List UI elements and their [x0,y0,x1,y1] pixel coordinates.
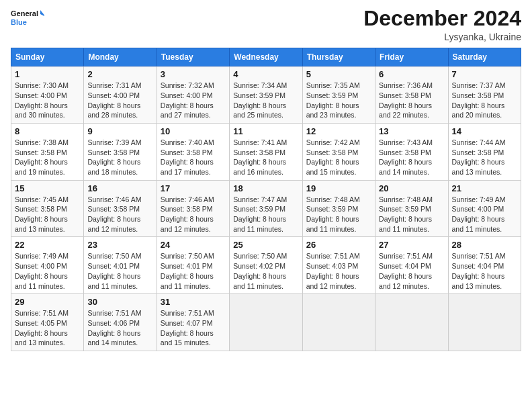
sunrise-label: Sunrise: [87,138,115,146]
sunset-label: Sunset: [87,91,114,99]
day-number: 7 [452,69,517,79]
sunset-label: Sunset: [233,148,259,156]
sunset-value: 4:00 PM [114,91,140,99]
day-number: 3 [161,69,226,79]
sunset-value: 3:58 PM [478,91,504,99]
sunset-value: 3:58 PM [405,148,431,156]
calendar-cell [375,294,448,351]
day-number: 23 [87,240,152,250]
sunrise-value: 7:41 AM [261,138,287,146]
calendar-cell: 21 Sunrise: 7:49 AM Sunset: 4:00 PM Dayl… [448,180,521,237]
day-number: 9 [87,126,152,136]
calendar-cell: 1 Sunrise: 7:30 AM Sunset: 4:00 PM Dayli… [11,66,84,124]
day-info: Sunrise: 7:34 AM Sunset: 3:59 PM Dayligh… [233,81,298,120]
sunrise-label: Sunrise: [233,252,261,260]
svg-text:General: General [11,9,38,17]
calendar-cell: 20 Sunrise: 7:48 AM Sunset: 3:59 PM Dayl… [375,180,448,237]
sunset-label: Sunset: [161,319,187,327]
day-info: Sunrise: 7:51 AM Sunset: 4:07 PM Dayligh… [161,308,226,348]
sunrise-value: 7:50 AM [261,252,287,260]
sunrise-value: 7:50 AM [116,252,142,260]
header-sunday: Sunday [11,48,84,66]
day-number: 11 [233,126,298,136]
day-number: 24 [161,240,226,250]
calendar-cell: 9 Sunrise: 7:39 AM Sunset: 3:58 PM Dayli… [84,123,157,180]
sunrise-label: Sunrise: [233,195,261,203]
sunset-value: 3:58 PM [332,148,358,156]
sunset-value: 4:05 PM [41,319,67,327]
sunrise-label: Sunrise: [15,252,42,260]
day-info: Sunrise: 7:30 AM Sunset: 4:00 PM Dayligh… [15,81,80,120]
day-info: Sunrise: 7:50 AM Sunset: 4:02 PM Dayligh… [233,251,298,291]
calendar-cell: 18 Sunrise: 7:47 AM Sunset: 3:59 PM Dayl… [230,180,302,237]
calendar-week-row: 1 Sunrise: 7:30 AM Sunset: 4:00 PM Dayli… [11,66,521,124]
calendar-cell: 3 Sunrise: 7:32 AM Sunset: 4:00 PM Dayli… [157,66,229,124]
title-block: December 2024 Lysyanka, Ukraine [363,7,521,42]
calendar-cell: 27 Sunrise: 7:51 AM Sunset: 4:04 PM Dayl… [375,237,448,294]
calendar-cell: 10 Sunrise: 7:40 AM Sunset: 3:58 PM Dayl… [157,123,229,180]
sunset-label: Sunset: [15,319,41,327]
calendar-cell: 12 Sunrise: 7:42 AM Sunset: 3:58 PM Dayl… [302,123,375,180]
sunset-value: 4:03 PM [332,262,358,270]
daylight-label: Daylight: 8 hours and 20 minutes. [452,101,505,120]
sunrise-value: 7:43 AM [407,138,433,146]
day-number: 10 [161,126,226,136]
day-info: Sunrise: 7:40 AM Sunset: 3:58 PM Dayligh… [161,138,226,177]
day-info: Sunrise: 7:51 AM Sunset: 4:06 PM Dayligh… [87,308,152,348]
calendar-cell: 15 Sunrise: 7:45 AM Sunset: 3:58 PM Dayl… [11,180,84,237]
calendar-cell [302,294,375,351]
sunset-label: Sunset: [306,205,332,213]
sunrise-value: 7:49 AM [42,252,69,260]
day-number: 14 [452,126,517,136]
sunrise-value: 7:48 AM [334,195,360,203]
day-number: 28 [452,240,517,250]
sunset-label: Sunset: [161,205,187,213]
sunset-value: 4:07 PM [186,319,212,327]
sunrise-label: Sunrise: [161,138,188,146]
calendar-cell: 22 Sunrise: 7:49 AM Sunset: 4:00 PM Dayl… [11,237,84,294]
sunrise-label: Sunrise: [379,252,406,260]
sunset-value: 3:58 PM [41,148,67,156]
day-info: Sunrise: 7:51 AM Sunset: 4:05 PM Dayligh… [15,308,80,348]
daylight-label: Daylight: 8 hours and 12 minutes. [379,272,432,290]
day-number: 1 [15,69,80,79]
day-info: Sunrise: 7:51 AM Sunset: 4:04 PM Dayligh… [452,251,517,291]
day-number: 13 [379,126,444,136]
sunrise-value: 7:34 AM [261,81,287,89]
sunset-value: 3:58 PM [114,148,140,156]
day-info: Sunrise: 7:48 AM Sunset: 3:59 PM Dayligh… [306,195,371,234]
sunset-label: Sunset: [379,205,405,213]
day-info: Sunrise: 7:41 AM Sunset: 3:58 PM Dayligh… [233,138,298,177]
calendar-body: 1 Sunrise: 7:30 AM Sunset: 4:00 PM Dayli… [11,66,521,351]
sunrise-label: Sunrise: [306,138,334,146]
calendar-cell: 8 Sunrise: 7:38 AM Sunset: 3:58 PM Dayli… [11,123,84,180]
sunrise-label: Sunrise: [87,252,115,260]
sunset-label: Sunset: [161,262,187,270]
day-info: Sunrise: 7:35 AM Sunset: 3:59 PM Dayligh… [306,81,371,120]
day-number: 18 [233,183,298,193]
day-info: Sunrise: 7:51 AM Sunset: 4:04 PM Dayligh… [379,251,444,291]
daylight-label: Daylight: 8 hours and 27 minutes. [161,101,214,120]
svg-text:Blue: Blue [11,18,27,26]
sunrise-label: Sunrise: [379,195,406,203]
day-info: Sunrise: 7:50 AM Sunset: 4:01 PM Dayligh… [87,251,152,291]
sunset-label: Sunset: [87,205,114,213]
calendar-week-row: 29 Sunrise: 7:51 AM Sunset: 4:05 PM Dayl… [11,294,521,351]
day-number: 19 [306,183,371,193]
svg-marker-2 [40,10,44,17]
day-info: Sunrise: 7:36 AM Sunset: 3:58 PM Dayligh… [379,81,444,120]
sunset-value: 3:58 PM [186,205,212,213]
daylight-label: Daylight: 8 hours and 13 minutes. [452,158,505,176]
day-number: 15 [15,183,80,193]
sunset-value: 3:59 PM [405,205,431,213]
sunrise-value: 7:40 AM [188,138,214,146]
daylight-label: Daylight: 8 hours and 13 minutes. [452,272,505,290]
header-saturday: Saturday [448,48,521,66]
day-info: Sunrise: 7:49 AM Sunset: 4:00 PM Dayligh… [452,195,517,234]
day-number: 31 [161,297,226,307]
day-number: 27 [379,240,444,250]
sunrise-value: 7:51 AM [116,309,142,317]
header-thursday: Thursday [302,48,375,66]
calendar-week-row: 15 Sunrise: 7:45 AM Sunset: 3:58 PM Dayl… [11,180,521,237]
sunset-value: 4:00 PM [186,91,212,99]
